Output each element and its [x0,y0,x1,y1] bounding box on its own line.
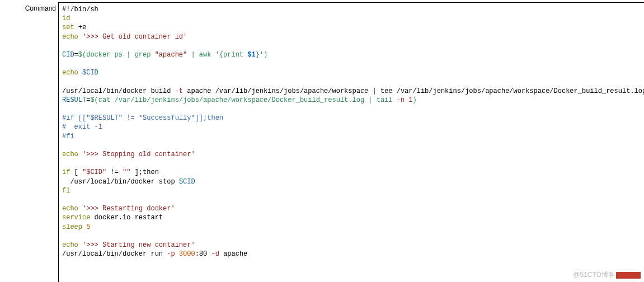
code-token: /usr/local/bin/docker stop [62,178,179,186]
code-token: docker.io restart [90,214,163,222]
code-token: = [74,51,78,59]
code-token: '>>> Stopping old container' [78,151,195,158]
command-textarea[interactable]: #!/bin/sh id set +e echo '>>> Get old co… [58,2,644,282]
code-token: service [62,214,90,222]
code-line: #!/bin/sh [62,6,98,13]
code-token: $(docker ps | grep [78,51,155,59]
code-token: /usr/local/bin/docker run [62,250,167,258]
code-token: sleep [62,223,82,231]
code-token: -p [167,250,175,258]
code-token: CID [62,51,74,59]
code-token: +e [74,24,87,31]
code-token: '>>> Get old container id' [78,33,187,41]
watermark: @51CTO博客 [573,270,641,280]
code-line: # exit -1 [62,123,102,131]
code-token: "$CID" [82,168,106,176]
code-token: $(cat /var/lib/jenkins/jobs/apache/works… [90,96,396,104]
code-token: '>>> Restarting docker' [78,205,175,213]
code-line: #fi [62,133,74,140]
code-token: $1 [247,51,255,59]
code-token: apache [219,250,247,258]
code-token: | awk '{print [187,51,247,59]
code-token: -d [211,250,219,258]
code-token: "" [123,168,130,176]
command-field-row: Command #!/bin/sh id set +e echo '>>> Ge… [4,2,640,282]
code-token: apache /var/lib/jenkins/jobs/apache/work… [183,87,644,95]
code-token: [ [70,168,82,176]
code-token: 3000 [175,250,195,258]
code-token: RESULT [62,96,86,104]
code-token: '>>> Starting new container' [78,241,195,249]
code-token: set [62,24,74,31]
code-token: "apache" [155,51,187,59]
watermark-redbox-icon [616,272,641,279]
code-token: -n 1 [397,96,413,104]
code-token: $CID [78,69,98,77]
code-token: 5 [82,223,90,231]
code-token: if [62,168,70,176]
code-token: fi [62,187,70,195]
watermark-text: @51CTO博客 [573,271,615,279]
code-token: $CID [179,178,195,186]
code-token: ];then [130,168,158,176]
code-token: echo [62,151,78,158]
code-token: /usr/local/bin/docker build [62,87,175,95]
code-token: -t [175,87,183,95]
code-token: echo [62,69,78,77]
code-token: }') [256,51,268,59]
code-line: id [62,15,70,22]
code-token: :80 [195,250,211,258]
code-line: #if [["$RESULT" != *Successfully*]];then [62,114,223,122]
code-token: echo [62,241,78,249]
code-token: ) [413,96,417,104]
code-token: echo [62,33,78,41]
code-token: echo [62,205,78,213]
code-token: != [106,168,123,176]
command-label: Command [4,2,56,12]
